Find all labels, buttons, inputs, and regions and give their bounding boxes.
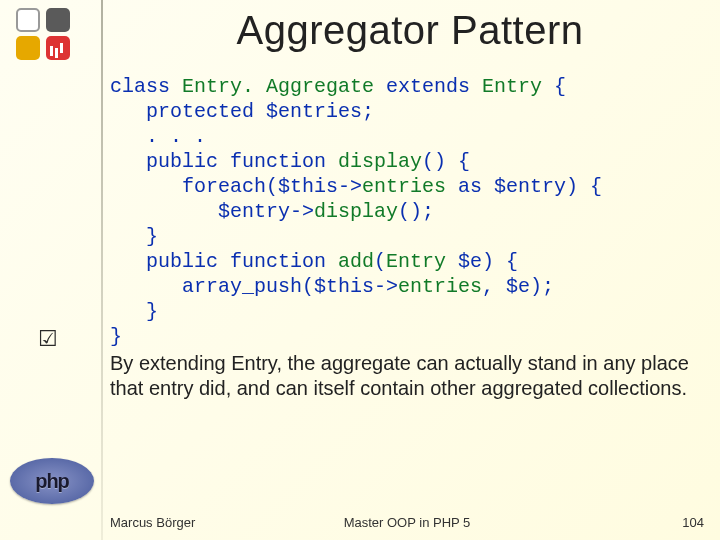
slide-title: Aggregator Pattern [120,8,700,53]
quad-logo [8,6,96,66]
slide-content: class Entry. Aggregate extends Entry { p… [110,74,706,401]
slide-footer: Marcus Börger Master OOP in PHP 5 104 [110,515,704,530]
logo-square-red-bars-icon [46,36,70,60]
php-logo: php [10,458,94,504]
logo-square-white [16,8,40,32]
left-sidebar: ☑ php [0,0,104,540]
logo-square-dark [46,8,70,32]
php-logo-text: php [35,470,69,493]
footer-title: Master OOP in PHP 5 [110,515,704,530]
checkmark-icon: ☑ [38,326,58,352]
logo-square-amber [16,36,40,60]
code-block: class Entry. Aggregate extends Entry { p… [110,74,706,349]
explanation-text: By extending Entry, the aggregate can ac… [110,351,706,401]
